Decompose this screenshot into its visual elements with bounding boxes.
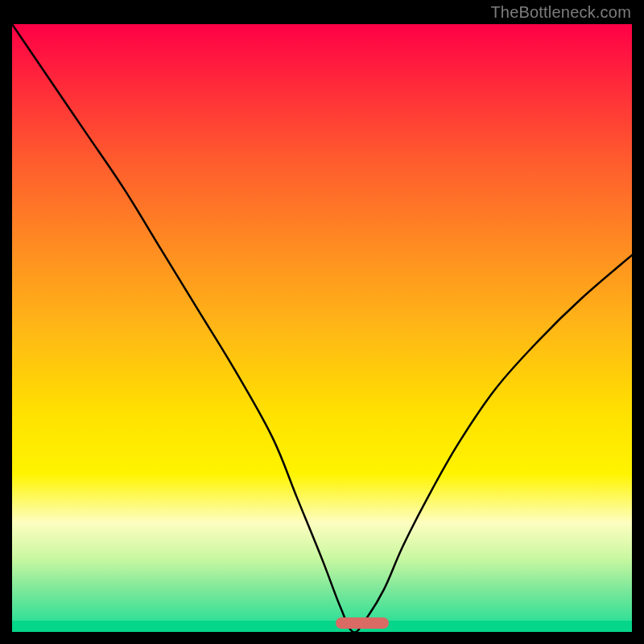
optimum-marker [336,617,388,629]
bottleneck-curve [12,24,632,632]
plot-area [12,24,632,632]
baseline-strip [12,621,632,632]
attribution-text: TheBottleneck.com [490,3,631,22]
chart-frame: TheBottleneck.com [0,0,644,644]
